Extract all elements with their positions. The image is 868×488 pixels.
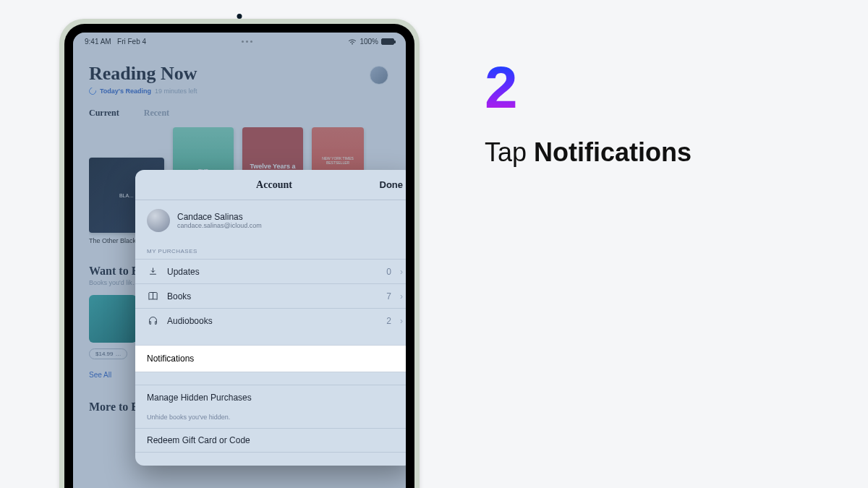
audiobooks-row[interactable]: Audiobooks 2 ›	[135, 308, 406, 333]
page-title: Reading Now	[89, 63, 390, 85]
step-bold: Notifications	[534, 137, 692, 167]
user-email: candace.salinas@icloud.com	[177, 222, 262, 229]
todays-reading-remaining: 19 minutes left	[155, 87, 197, 95]
row-label: Manage Hidden Purchases	[147, 393, 252, 403]
price-pill[interactable]: $14.99 …	[89, 348, 127, 359]
chevron-right-icon: ›	[400, 316, 403, 326]
step-number: 2	[485, 58, 832, 117]
tab-current[interactable]: Current	[89, 108, 119, 119]
headphones-icon	[147, 315, 158, 327]
row-label: Notifications	[147, 354, 194, 364]
avatar	[147, 209, 170, 232]
download-icon	[147, 266, 158, 278]
chevron-right-icon: ›	[400, 291, 403, 301]
instruction-panel: 2 Tap Notifications	[485, 58, 832, 168]
account-avatar-button[interactable]	[370, 66, 388, 85]
step-text: Tap Notifications	[485, 137, 832, 168]
updates-row[interactable]: Updates 0 ›	[135, 259, 406, 283]
row-label: Updates	[167, 267, 200, 277]
purchases-section-label: MY PURCHASES	[135, 241, 406, 259]
headphones-icon: …	[115, 351, 121, 357]
done-button[interactable]: Done	[380, 170, 404, 200]
books-row[interactable]: Books 7 ›	[135, 283, 406, 308]
manage-hidden-hint: Unhide books you've hidden.	[135, 409, 406, 428]
account-user-row[interactable]: Candace Salinas candace.salinas@icloud.c…	[135, 200, 406, 241]
reading-tabs: Current Recent	[89, 108, 390, 119]
todays-reading[interactable]: Today's Reading 19 minutes left	[89, 87, 390, 95]
front-camera	[237, 14, 242, 19]
progress-ring-icon	[88, 86, 98, 96]
notifications-row[interactable]: Notifications	[135, 346, 406, 372]
step-prefix: Tap	[485, 137, 534, 167]
tab-recent[interactable]: Recent	[144, 108, 169, 119]
row-count: 7	[386, 291, 391, 301]
account-modal: Account Done Candace Salinas candace.sal…	[135, 170, 406, 466]
modal-header: Account Done	[135, 170, 406, 200]
ipad-frame: 9:41 AM Fri Feb 4 100% Reading Now	[59, 19, 420, 488]
redeem-row[interactable]: Redeem Gift Card or Code	[135, 428, 406, 453]
row-count: 0	[386, 267, 391, 277]
todays-reading-label: Today's Reading	[100, 87, 151, 95]
row-label: Audiobooks	[167, 316, 213, 326]
chevron-right-icon: ›	[400, 267, 403, 277]
row-count: 2	[386, 316, 391, 326]
modal-title: Account	[256, 179, 292, 191]
see-all-link[interactable]: See All	[89, 371, 111, 379]
store-item[interactable]: $14.99 …	[89, 295, 137, 359]
row-label: Books	[167, 291, 191, 301]
ipad-screen: 9:41 AM Fri Feb 4 100% Reading Now	[73, 33, 406, 488]
manage-hidden-row[interactable]: Manage Hidden Purchases	[135, 385, 406, 409]
book-icon	[147, 291, 158, 302]
user-name: Candace Salinas	[177, 212, 262, 222]
row-label: Redeem Gift Card or Code	[147, 435, 250, 445]
